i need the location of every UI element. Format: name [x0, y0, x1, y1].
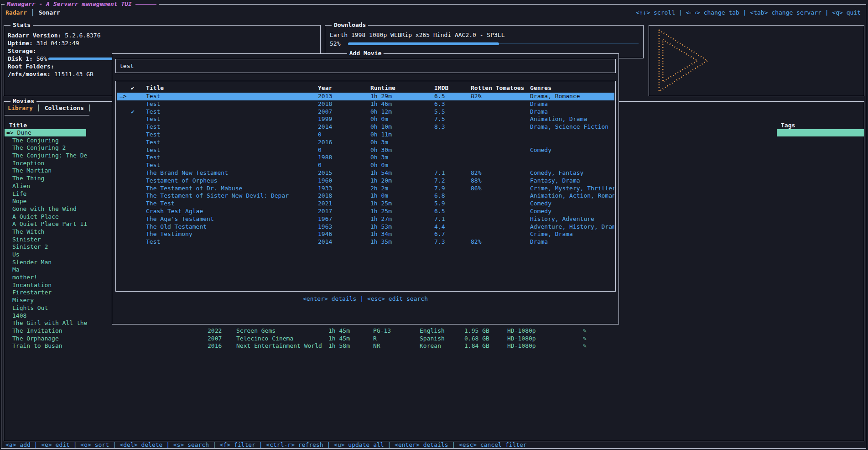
cell-runtime: 1h 53m [370, 223, 392, 231]
movie-row[interactable]: Train to Busan2016Next Entertainment Wor… [4, 342, 864, 350]
cell-imdb: 7.9 [434, 185, 445, 193]
cell-runtime: 1h 54m [370, 169, 392, 177]
tab-separator: │ [31, 9, 35, 16]
cell-genres: Drama, Romance [530, 93, 580, 100]
movie-search-input[interactable] [120, 59, 612, 73]
cell-year: 2018 [318, 100, 332, 108]
app-title-text: Managarr - A Servarr management TUI [7, 0, 132, 8]
rotten-tomatoes-column-header: Rotten Tomatoes [471, 84, 524, 92]
cell-year: 1960 [318, 177, 332, 185]
search-result-row[interactable]: =>Test20131h 29m6.582%Drama, Romance [117, 93, 614, 100]
search-result-row[interactable]: The Brand New Testament20151h 54m7.182%C… [117, 169, 614, 177]
search-result-row[interactable]: Test20160h 3m [117, 139, 614, 147]
movie-studio: Screen Gems [236, 327, 275, 335]
movie-title: A Quiet Place Part II [12, 220, 87, 228]
movie-row[interactable]: The Orphanage2007Telecinco Cinema1h 45mR… [4, 335, 864, 343]
movie-title: Firestarter [12, 289, 52, 297]
cell-runtime: 1h 29m [370, 93, 392, 100]
stats-disk-line: Disk 1: 56% [8, 55, 47, 63]
search-result-row[interactable]: The Testament of Dr. Mabuse19332h 2m7.98… [117, 185, 614, 193]
selected-row-tags-highlight [777, 129, 864, 136]
cell-imdb: 7.5 [434, 115, 445, 123]
cell-title: The Test [146, 200, 175, 208]
uptime-label: Uptime: [8, 40, 33, 47]
cell-genres: Adventure, History, Drama [530, 223, 614, 231]
movie-title: Alien [12, 183, 30, 190]
search-result-row[interactable]: Test00h 0m [117, 162, 614, 169]
stats-storage-line: Storage: [8, 47, 36, 55]
search-result-row[interactable]: Test20141h 35m7.382%Drama [117, 238, 614, 246]
search-result-row[interactable]: The Testimony19461h 34m6.7Crime, Drama [117, 230, 614, 238]
tab-library[interactable]: Library [8, 104, 33, 112]
cell-runtime: 1h 35m [370, 238, 392, 246]
search-result-row[interactable]: Test20140h 10m8.3Drama, Science Fiction [117, 123, 614, 131]
cell-rt: 86% [471, 185, 481, 193]
cell-year: 2015 [318, 169, 332, 177]
download-progress-gauge [348, 40, 639, 47]
genres-column-header: Genres [530, 84, 551, 92]
root-folders-label: Root Folders: [8, 63, 54, 70]
movie-title: Lights Out [12, 304, 48, 312]
modal-help: <enter> details | <esc> edit search [112, 295, 619, 303]
cell-runtime: 0h 30m [370, 147, 392, 154]
imdb-column-header: IMDB [434, 84, 448, 92]
movie-language: Spanish [420, 335, 445, 343]
movie-title: The Conjuring: The De [12, 152, 87, 160]
cell-title: Test [146, 238, 160, 246]
search-result-row[interactable]: test00h 30mComedy [117, 147, 614, 154]
cell-imdb: 7.1 [434, 169, 445, 177]
cell-year: 1933 [318, 185, 332, 193]
cell-imdb: 6.3 [434, 100, 445, 108]
cell-runtime: 1h 46m [370, 100, 392, 108]
cell-title: Test [146, 100, 160, 108]
pencil-icon: ✎ [583, 342, 587, 350]
pencil-icon: ✎ [583, 335, 587, 343]
cell-runtime: 0h 0m [370, 115, 388, 123]
cell-runtime: 0h 12m [370, 108, 392, 116]
search-result-row[interactable]: The Test20211h 25m5.9Comedy [117, 200, 614, 208]
cell-runtime: 2h 2m [370, 185, 388, 193]
movie-title: The Thing [12, 175, 44, 183]
cell-genres: Fantasy, Drama [530, 177, 580, 185]
cell-title: Test [146, 93, 160, 100]
movie-title: Nope [12, 198, 26, 205]
search-result-row[interactable]: Test19880h 3m [117, 154, 614, 162]
downloads-panel-title: Downloads [332, 21, 368, 29]
cell-year: 2007 [318, 108, 332, 116]
movie-title: The Conjuring 2 [12, 144, 66, 152]
cell-year: 2014 [318, 238, 332, 246]
search-result-row[interactable]: Test19990h 0m7.5Animation, Drama [117, 115, 614, 123]
cell-rt: 82% [471, 169, 481, 177]
app-title: Managarr - A Servarr management TUI [5, 0, 159, 8]
cell-runtime: 0h 3m [370, 154, 388, 162]
cell-genres: Animation, Drama [530, 115, 587, 123]
cell-runtime: 1h 27m [370, 215, 392, 223]
movie-certification: PG-13 [373, 327, 391, 335]
search-result-row[interactable]: The Testament of Sister New Devil: Depar… [117, 192, 614, 200]
search-result-row[interactable]: The Aga's Testament19671h 27m7.1History,… [117, 215, 614, 223]
search-result-row[interactable]: Crash Test Aglae20171h 25m6.5Comedy [117, 208, 614, 215]
tab-sonarr[interactable]: Sonarr [39, 9, 60, 16]
search-result-row[interactable]: Test00h 11m [117, 131, 614, 139]
movie-title: The Invitation [12, 327, 62, 335]
cell-title: Test [146, 131, 160, 139]
cell-title: Test [146, 123, 160, 131]
cell-imdb: 6.5 [434, 208, 445, 215]
movie-title: Sinister 2 [12, 243, 48, 251]
search-result-row[interactable]: ✔Test20070h 12m5.5Drama [117, 108, 614, 116]
movie-studio: Next Entertainment World [236, 342, 322, 350]
top-keybindings: <↑↓> scroll | <←→> change tab | <tab> ch… [636, 9, 861, 16]
search-result-row[interactable]: Testament of Orpheus19601h 20m7.288%Fant… [117, 177, 614, 185]
tab-collections[interactable]: Collections [45, 104, 84, 112]
cell-imdb: 5.9 [434, 200, 445, 208]
tab-separator: │ [88, 104, 92, 112]
cell-title: The Testimony [146, 230, 192, 238]
movie-row[interactable]: The Invitation2022Screen Gems1h 45mPG-13… [4, 327, 864, 335]
cell-imdb: 8.3 [434, 123, 445, 131]
movie-title: Sinister [12, 236, 41, 244]
search-result-row[interactable]: The Old Testament19631h 53m4.4Adventure,… [117, 223, 614, 231]
cell-year: 2018 [318, 192, 332, 200]
tab-radarr[interactable]: Radarr [5, 9, 27, 16]
logo-panel [649, 25, 864, 96]
search-result-row[interactable]: Test20181h 46m6.3Drama [117, 100, 614, 108]
